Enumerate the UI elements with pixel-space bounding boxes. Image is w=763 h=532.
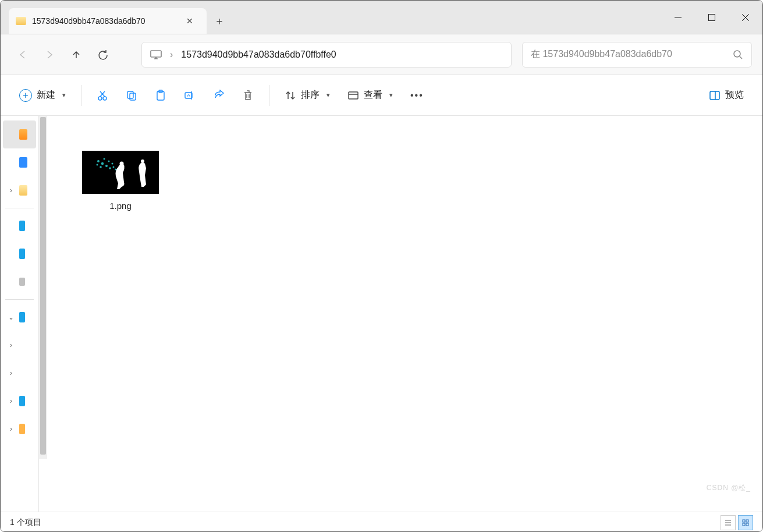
this-pc-icon [150,50,162,59]
sort-button[interactable]: 排序 ▾ [278,84,337,107]
delete-button[interactable] [235,84,261,107]
nav-item[interactable]: › [3,176,36,204]
item-count: 1 个项目 [10,517,41,528]
new-label: 新建 [37,89,55,101]
svg-rect-14 [130,93,136,100]
breadcrumb-separator: › [170,49,173,60]
chevron-down-icon: ▾ [327,91,330,99]
nav-item[interactable]: › [3,331,36,359]
nav-pane[interactable]: › ⌄ › › › › [1,116,39,512]
new-button[interactable]: + 新建 ▾ [12,84,73,107]
preview-button[interactable]: 预览 [702,84,751,107]
chevron-down-icon[interactable]: ⌄ [6,313,16,321]
nav-item[interactable]: › [3,359,36,387]
svg-rect-44 [746,520,748,522]
svg-point-33 [108,161,110,162]
svg-point-30 [109,167,111,169]
file-item[interactable]: 1.png [74,151,167,211]
nav-item[interactable]: ⌄ [3,303,36,331]
share-button[interactable] [206,84,232,107]
svg-point-38 [120,162,124,166]
details-view-button[interactable] [721,515,736,530]
copy-button[interactable] [119,84,144,107]
window-controls [661,1,762,34]
search-placeholder: 在 1573d940d9bb47a083da6db70 [531,48,727,61]
main-area: › ⌄ › › › › [1,116,762,512]
nav-up-button[interactable] [65,43,88,66]
nav-item[interactable] [3,120,36,148]
svg-point-34 [112,163,113,165]
svg-rect-1 [709,14,715,20]
file-list-area[interactable]: 1.png CSDN @松_ [39,116,762,512]
svg-rect-43 [743,520,745,522]
nav-item[interactable] [3,148,36,176]
svg-rect-24 [710,91,719,100]
copy-icon [126,90,137,101]
scrollbar[interactable] [39,116,47,459]
sort-icon [285,90,296,101]
view-label: 查看 [364,89,382,101]
tab-title: 1573d940d9bb47a083da6db70 [32,16,178,26]
chevron-right-icon[interactable]: › [6,369,16,377]
nav-back-button[interactable] [11,43,34,66]
share-icon [213,90,225,101]
close-tab-button[interactable]: ✕ [183,15,196,27]
chevron-right-icon[interactable]: › [6,186,16,194]
nav-forward-button[interactable] [38,43,61,66]
breadcrumb-current[interactable]: 1573d940d9bb47a083da6db70ffbffe0 [181,49,336,60]
paste-button[interactable] [148,84,173,107]
search-box[interactable]: 在 1573d940d9bb47a083da6db70 [522,42,752,68]
svg-point-37 [97,164,98,166]
separator [269,85,269,106]
view-icon [347,90,359,101]
nav-item[interactable]: › [3,415,36,443]
new-tab-button[interactable]: ＋ [207,8,232,34]
svg-rect-22 [349,92,358,99]
nav-item[interactable]: › [3,387,36,415]
search-icon [733,49,743,60]
svg-line-8 [740,56,742,59]
cut-button[interactable] [90,84,115,107]
tabstrip: 1573d940d9bb47a083da6db70 ✕ ＋ [1,1,661,34]
svg-point-9 [98,97,102,100]
separator [81,85,81,106]
address-row: › 1573d940d9bb47a083da6db70ffbffe0 在 157… [1,34,762,75]
minimize-button[interactable] [661,1,695,34]
nav-item[interactable] [3,240,36,268]
svg-text:A: A [187,93,190,98]
svg-point-39 [141,159,144,163]
chevron-right-icon[interactable]: › [6,397,16,405]
chevron-right-icon[interactable]: › [6,425,16,433]
delete-icon [242,90,254,101]
rename-icon: A [184,90,196,101]
thumbnails-view-button[interactable] [738,515,753,530]
sort-label: 排序 [301,89,320,101]
svg-point-10 [103,97,107,100]
chevron-down-icon: ▾ [62,91,66,99]
svg-point-7 [734,51,740,57]
nav-separator [5,299,34,300]
more-icon: ••• [410,90,424,101]
paste-icon [155,90,166,101]
plus-circle-icon: + [19,89,32,102]
view-button[interactable]: 查看 ▾ [340,84,400,107]
svg-point-27 [97,160,100,162]
chevron-right-icon[interactable]: › [6,341,16,349]
folder-icon [16,17,26,25]
nav-item[interactable] [3,268,36,296]
more-button[interactable]: ••• [403,84,431,107]
nav-refresh-button[interactable] [91,43,115,66]
rename-button[interactable]: A [177,84,203,107]
maximize-button[interactable] [695,1,729,34]
svg-rect-13 [127,91,133,98]
preview-pane-icon [709,90,721,101]
status-bar: 1 个项目 [1,512,762,532]
cut-icon [97,90,108,101]
address-breadcrumb[interactable]: › 1573d940d9bb47a083da6db70ffbffe0 [141,42,512,68]
nav-item[interactable] [3,212,36,240]
svg-point-29 [105,165,108,167]
close-window-button[interactable] [729,1,762,34]
scrollbar-thumb[interactable] [40,117,46,455]
nav-separator [5,208,34,208]
active-tab[interactable]: 1573d940d9bb47a083da6db70 ✕ [9,8,207,34]
